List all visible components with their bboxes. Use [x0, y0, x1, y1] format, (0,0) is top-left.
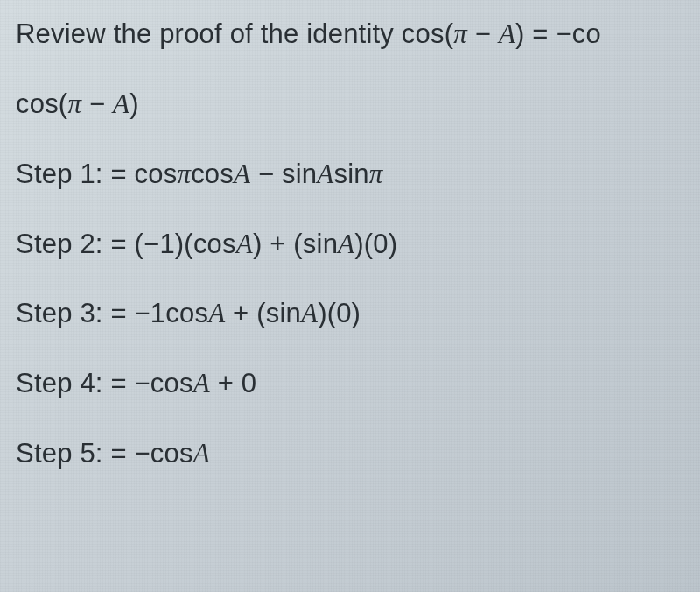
step-1: Step 1: = cosπcosA − sinAsinπ — [16, 156, 691, 193]
step-2: Step 2: = (−1)(cosA) + (sinA)(0) — [16, 226, 691, 263]
variable-A: A — [193, 368, 210, 398]
intro-suffix: ) = −co — [515, 18, 601, 49]
variable-A: A — [234, 159, 250, 189]
variable-A: A — [193, 438, 210, 469]
start-suffix: ) — [130, 88, 139, 119]
variable-A: A — [301, 298, 318, 328]
step-1-mid2: − sin — [250, 159, 317, 189]
intro-prefix: Review the proof of the identity cos( — [16, 18, 453, 49]
variable-A: A — [317, 159, 333, 189]
variable-A: A — [236, 229, 253, 259]
step-5-label: Step 5: = −cos — [16, 438, 193, 469]
variable-A: A — [499, 18, 515, 49]
step-1-mid1: cos — [191, 159, 234, 189]
step-4-suffix: + 0 — [210, 368, 256, 398]
variable-A: A — [113, 88, 130, 119]
start-mid: − — [81, 88, 113, 119]
step-2-mid1: ) + (sin — [253, 229, 338, 259]
step-4-label: Step 4: = −cos — [16, 368, 193, 398]
step-1-label: Step 1: = cos — [16, 159, 177, 189]
step-4: Step 4: = −cosA + 0 — [16, 365, 691, 402]
step-5: Step 5: = −cosA — [16, 435, 691, 472]
variable-A: A — [208, 298, 225, 328]
start-expression: cos(π − A) — [16, 86, 691, 123]
step-3-suffix: )(0) — [318, 298, 360, 328]
pi-symbol: π — [67, 88, 81, 119]
intro-line: Review the proof of the identity cos(π −… — [16, 16, 691, 53]
intro-mid: − — [467, 18, 499, 49]
pi-symbol: π — [369, 159, 383, 189]
step-1-mid3: sin — [333, 159, 368, 189]
pi-symbol: π — [453, 18, 467, 49]
variable-A: A — [338, 229, 354, 259]
pi-symbol: π — [177, 159, 191, 189]
step-3-label: Step 3: = −1cos — [16, 298, 208, 328]
step-3: Step 3: = −1cosA + (sinA)(0) — [16, 295, 691, 332]
step-3-mid1: + (sin — [225, 298, 301, 328]
start-prefix: cos( — [16, 88, 67, 119]
step-2-label: Step 2: = (−1)(cos — [16, 229, 236, 259]
step-2-suffix: )(0) — [354, 229, 397, 259]
